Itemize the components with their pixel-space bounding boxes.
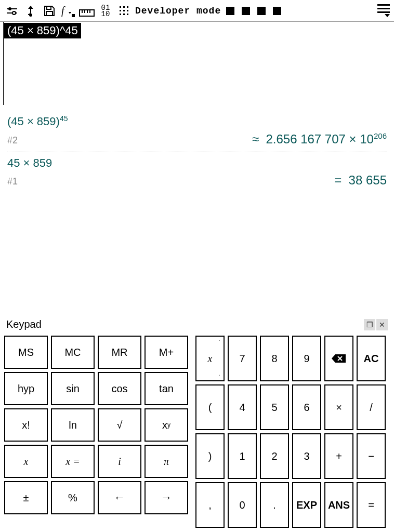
keypad-key-EXP[interactable]: EXP — [292, 482, 321, 528]
save-icon[interactable] — [42, 3, 57, 19]
keypad-key-[interactable]: + — [324, 433, 353, 479]
keypad-key-[interactable]: × — [324, 384, 353, 430]
backspace-icon — [331, 353, 347, 364]
svg-rect-19 — [120, 10, 121, 11]
keypad-key-MS[interactable]: MS — [4, 336, 48, 369]
keypad-key-3[interactable]: 3 — [292, 433, 321, 479]
svg-marker-4 — [28, 6, 33, 9]
history-id: #2 — [7, 135, 18, 146]
keypad-key-[interactable] — [324, 336, 353, 381]
keypad-key-[interactable] — [98, 481, 141, 514]
keypad-key-[interactable]: , — [195, 482, 225, 528]
keypad-key-MC[interactable]: MC — [51, 336, 95, 369]
keypad-key-AC[interactable]: AC — [357, 336, 386, 381]
undo-icon[interactable] — [23, 3, 38, 19]
keypad-key-x[interactable]: xy — [145, 408, 188, 442]
keypad-key-M[interactable]: M+ — [145, 336, 188, 369]
keypad-key-8[interactable]: 8 — [260, 336, 289, 381]
keypad-title: Keypad — [6, 318, 42, 330]
arrow-left-icon — [114, 491, 125, 504]
keypad-key-9[interactable]: 9 — [292, 336, 321, 381]
svg-rect-23 — [123, 14, 125, 15]
history-input: 45 × 859 — [7, 156, 387, 170]
keypad-key-4[interactable]: 4 — [228, 384, 257, 430]
developer-mode-label: Developer mode — [135, 6, 221, 16]
keypad-left-grid: MSMCMRM+hypsincostanx!ln√xyxx =iπ±% — [4, 336, 188, 528]
keypad-panel: Keypad ❐ ✕ MSMCMRM+hypsincostanx!ln√xyxx… — [0, 312, 394, 532]
svg-rect-16 — [120, 6, 121, 8]
keypad-key-6[interactable]: 6 — [292, 384, 321, 430]
keypad-key-x[interactable]: x = — [51, 445, 95, 478]
keypad-key-[interactable]: / — [357, 384, 386, 430]
placeholder-icon[interactable] — [257, 7, 266, 15]
placeholder-icon[interactable] — [242, 7, 250, 15]
svg-point-1 — [8, 7, 11, 10]
function-icon[interactable]: f — [60, 3, 76, 19]
keypad-key-0[interactable]: 0 — [228, 482, 257, 528]
keypad-key-tan[interactable]: tan — [145, 372, 188, 405]
keypad-key-cos[interactable]: cos — [98, 372, 141, 405]
keypad-key-[interactable]: % — [51, 481, 95, 514]
current-expression: (45 × 859)^45 — [4, 23, 81, 38]
keypad-key-1[interactable]: 1 — [228, 433, 257, 479]
keypad-key-hyp[interactable]: hyp — [4, 372, 48, 405]
svg-rect-20 — [123, 10, 125, 11]
svg-point-5 — [29, 14, 32, 17]
keypad-key-[interactable]: √ — [98, 408, 141, 442]
toolbar: f 0110 Developer mode — [0, 0, 394, 22]
keypad-key-x[interactable]: x — [4, 445, 48, 478]
keypad-key-ln[interactable]: ln — [51, 408, 95, 442]
menu-icon[interactable] — [373, 4, 390, 17]
keypad-key-i[interactable]: i — [98, 445, 141, 478]
keypad-key-[interactable]: ± — [4, 481, 48, 514]
keypad-key-[interactable]: = — [357, 482, 386, 528]
keypad-key-ANS[interactable]: ANS — [324, 482, 353, 528]
arrow-right-icon — [161, 491, 172, 504]
history-input: (45 × 859)45 — [7, 114, 387, 128]
keypad-key-[interactable] — [145, 481, 188, 514]
grid-icon[interactable] — [116, 3, 132, 19]
keypad-key-[interactable]: ( — [195, 384, 225, 430]
keypad-key-x[interactable]: x⠂⠂ — [195, 336, 225, 381]
keypad-key-sin[interactable]: sin — [51, 372, 95, 405]
keypad-key-[interactable]: ) — [195, 433, 225, 479]
svg-text:f: f — [61, 5, 65, 17]
history-entry[interactable]: (45 × 859)45#2≈ 2.656 167 707 × 10206 — [7, 110, 387, 152]
svg-rect-24 — [127, 14, 128, 15]
svg-rect-7 — [46, 11, 52, 16]
svg-rect-21 — [127, 10, 128, 11]
ruler-icon[interactable] — [79, 3, 95, 19]
keypad-key-2[interactable]: 2 — [260, 433, 289, 479]
keypad-right-grid: x⠂⠂789AC(456×/)123+−,0.EXPANS= — [195, 336, 386, 528]
history-entry[interactable]: 45 × 859#1= 38 655 — [7, 152, 387, 193]
svg-rect-22 — [120, 14, 121, 15]
svg-rect-6 — [47, 6, 51, 9]
keypad-key-x[interactable]: x! — [4, 408, 48, 442]
svg-rect-10 — [72, 14, 75, 17]
keypad-key-MR[interactable]: MR — [98, 336, 141, 369]
history-result: = 38 655 — [334, 173, 387, 188]
keypad-key-7[interactable]: 7 — [228, 336, 257, 381]
history-id: #1 — [7, 176, 18, 187]
history-result: ≈ 2.656 167 707 × 10206 — [252, 131, 387, 147]
svg-rect-18 — [127, 6, 128, 8]
keypad-key-5[interactable]: 5 — [260, 384, 289, 430]
placeholder-icon[interactable] — [273, 7, 281, 15]
placeholder-icon[interactable] — [226, 7, 234, 15]
svg-rect-17 — [123, 6, 125, 8]
svg-marker-9 — [69, 12, 71, 14]
history-panel: (45 × 859)45#2≈ 2.656 167 707 × 1020645 … — [0, 105, 394, 198]
keypad-key-[interactable]: − — [357, 433, 386, 479]
expression-input-area[interactable]: (45 × 859)^45 — [3, 22, 394, 105]
settings-sliders-icon[interactable] — [4, 3, 20, 19]
close-icon[interactable]: ✕ — [376, 319, 388, 330]
svg-point-3 — [12, 11, 16, 15]
keypad-key-[interactable]: . — [260, 482, 289, 528]
keypad-key-[interactable]: π — [145, 445, 188, 478]
detach-icon[interactable]: ❐ — [364, 319, 375, 330]
binary-icon[interactable]: 0110 — [98, 3, 113, 19]
